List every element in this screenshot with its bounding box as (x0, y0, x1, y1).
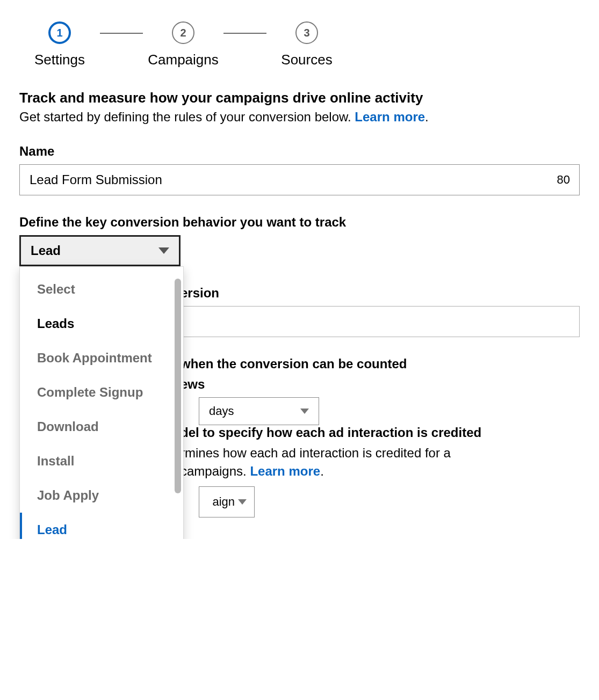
page-title: Track and measure how your campaigns dri… (19, 90, 580, 106)
step-number: 1 (48, 21, 71, 44)
period: . (320, 464, 324, 478)
step-number: 2 (172, 21, 194, 44)
step-connector (223, 33, 266, 34)
days-label: days (209, 404, 234, 418)
scrollbar[interactable] (175, 279, 181, 493)
page-subtitle: Get started by defining the rules of you… (19, 110, 580, 125)
attribution-select-text-partial: aign (212, 495, 235, 509)
dropdown-group-leads: Leads (20, 307, 183, 341)
dropdown-option-install[interactable]: Install (20, 444, 183, 478)
learn-more-link[interactable]: Learn more (355, 110, 425, 124)
attribution-learn-more-link[interactable]: Learn more (250, 464, 320, 478)
step-settings[interactable]: 1 Settings (19, 21, 100, 68)
dropdown-option-download[interactable]: Download (20, 410, 183, 444)
subtitle-text: Get started by defining the rules of you… (19, 110, 355, 124)
attribution-body-2: campaigns. (181, 464, 250, 478)
attribution-model-select[interactable]: aign (199, 486, 255, 517)
name-input[interactable] (19, 164, 580, 195)
dropdown-option-book-appointment[interactable]: Book Appointment (20, 341, 183, 375)
step-sources[interactable]: 3 Sources (266, 21, 347, 68)
behavior-select[interactable]: Lead (19, 235, 181, 266)
dropdown-option-lead[interactable]: Lead (20, 513, 183, 539)
period: . (425, 110, 429, 124)
step-connector (100, 33, 143, 34)
step-label: Campaigns (148, 52, 219, 68)
chevron-down-icon (158, 247, 169, 254)
dropdown-option-select[interactable]: Select (20, 272, 183, 307)
step-label: Sources (281, 52, 332, 68)
behavior-dropdown: Select Leads Book Appointment Complete S… (19, 266, 184, 539)
behavior-selected-value: Lead (31, 243, 61, 258)
dropdown-option-complete-signup[interactable]: Complete Signup (20, 375, 183, 410)
step-number: 3 (295, 21, 318, 44)
behavior-label: Define the key conversion behavior you w… (19, 215, 580, 230)
dropdown-option-job-apply[interactable]: Job Apply (20, 478, 183, 513)
step-campaigns[interactable]: 2 Campaigns (143, 21, 223, 68)
chevron-down-icon (300, 409, 309, 414)
name-label: Name (19, 144, 580, 159)
stepper: 1 Settings 2 Campaigns 3 Sources (19, 21, 580, 68)
chevron-down-icon (238, 499, 247, 505)
views-days-select[interactable]: days (199, 397, 319, 425)
step-label: Settings (34, 52, 85, 68)
char-counter: 80 (557, 173, 570, 187)
